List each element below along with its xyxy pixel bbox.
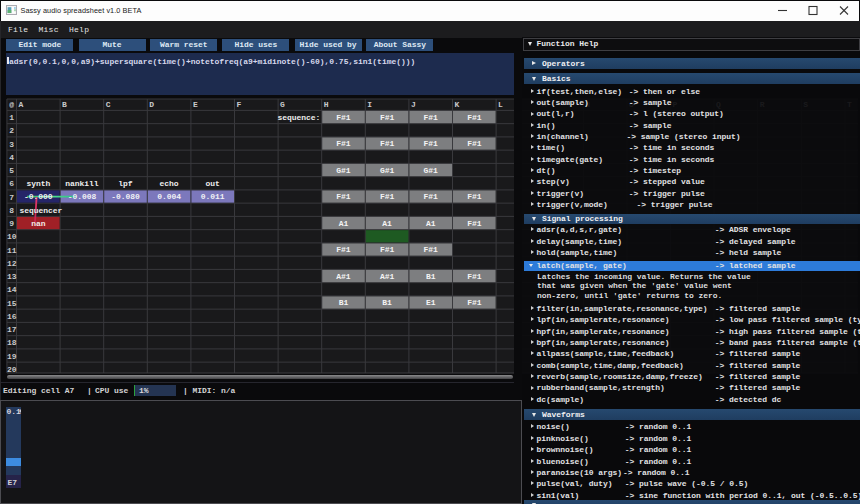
svg-text:15: 15 <box>7 299 17 308</box>
svg-text:F#1: F#1 <box>380 139 395 148</box>
svg-text:E: E <box>193 100 198 109</box>
svg-text:19: 19 <box>7 352 17 361</box>
svg-text:12: 12 <box>7 259 17 268</box>
svg-text:F#1: F#1 <box>380 245 395 254</box>
svg-text:18: 18 <box>7 338 17 347</box>
svg-text:0.004: 0.004 <box>157 192 181 201</box>
svg-text:F#1: F#1 <box>467 139 482 148</box>
svg-text:A#1: A#1 <box>336 272 351 281</box>
svg-text:B1: B1 <box>339 298 349 307</box>
svg-text:-0.008: -0.008 <box>68 192 97 201</box>
svg-text:G#1: G#1 <box>380 166 395 175</box>
svg-text:7: 7 <box>9 193 14 202</box>
svg-text:nan: nan <box>31 219 46 228</box>
svg-text:6: 6 <box>9 179 14 188</box>
svg-text:8: 8 <box>9 206 14 215</box>
svg-text:A: A <box>19 100 24 109</box>
svg-text:F#1: F#1 <box>336 192 351 201</box>
svg-text:sequence:: sequence: <box>277 113 320 122</box>
svg-text:B1: B1 <box>382 298 392 307</box>
svg-text:0.011: 0.011 <box>201 192 225 201</box>
svg-text:E1: E1 <box>426 298 436 307</box>
svg-text:A1: A1 <box>339 219 349 228</box>
svg-text:20: 20 <box>7 365 17 374</box>
svg-text:F#1: F#1 <box>424 113 439 122</box>
svg-text:A#1: A#1 <box>380 272 395 281</box>
svg-text:J: J <box>411 100 416 109</box>
svg-text:F#1: F#1 <box>424 192 439 201</box>
svg-text:F#1: F#1 <box>467 298 482 307</box>
svg-text:14: 14 <box>7 285 17 294</box>
svg-text:F#1: F#1 <box>467 113 482 122</box>
svg-text:G#1: G#1 <box>336 166 351 175</box>
svg-text:F#1: F#1 <box>424 139 439 148</box>
svg-text:-0.000: -0.000 <box>24 192 53 201</box>
svg-text:F#1: F#1 <box>336 139 351 148</box>
svg-text:F#1: F#1 <box>336 113 351 122</box>
svg-text:echo: echo <box>160 179 179 188</box>
svg-text:1: 1 <box>9 113 14 122</box>
svg-text:F: F <box>237 100 242 109</box>
svg-text:I: I <box>367 100 372 109</box>
svg-text:-0.080: -0.080 <box>111 192 140 201</box>
svg-text:F#1: F#1 <box>467 272 482 281</box>
svg-text:2: 2 <box>9 126 14 135</box>
svg-text:C: C <box>106 100 111 109</box>
svg-text:A1: A1 <box>382 219 392 228</box>
svg-text:16: 16 <box>7 312 17 321</box>
svg-text:sequencer: sequencer <box>20 206 63 215</box>
svg-text:B: B <box>62 100 67 109</box>
svg-text:F#1: F#1 <box>380 192 395 201</box>
svg-text:out: out <box>206 179 221 188</box>
svg-text:G: G <box>280 100 285 109</box>
svg-text:3: 3 <box>9 140 14 149</box>
svg-text:lpf: lpf <box>118 179 133 188</box>
svg-text:B1: B1 <box>426 272 436 281</box>
svg-text:H: H <box>324 100 329 109</box>
svg-text:@: @ <box>9 100 14 109</box>
svg-text:17: 17 <box>7 325 17 334</box>
svg-text:F#1: F#1 <box>336 245 351 254</box>
svg-text:F#1: F#1 <box>380 113 395 122</box>
svg-text:F#1: F#1 <box>467 192 482 201</box>
svg-text:4: 4 <box>9 153 14 162</box>
svg-text:13: 13 <box>7 272 17 281</box>
svg-text:nankill: nankill <box>65 179 99 188</box>
svg-text:11: 11 <box>7 246 17 255</box>
svg-text:D: D <box>149 100 154 109</box>
svg-text:G#1: G#1 <box>424 166 439 175</box>
svg-text:10: 10 <box>7 232 17 241</box>
svg-text:9: 9 <box>9 219 14 228</box>
svg-text:F#1: F#1 <box>424 245 439 254</box>
svg-text:F#1: F#1 <box>467 219 482 228</box>
svg-text:K: K <box>455 100 460 109</box>
svg-text:synth: synth <box>26 179 50 188</box>
svg-text:L: L <box>498 100 503 109</box>
svg-text:A1: A1 <box>426 219 436 228</box>
svg-text:5: 5 <box>9 166 14 175</box>
